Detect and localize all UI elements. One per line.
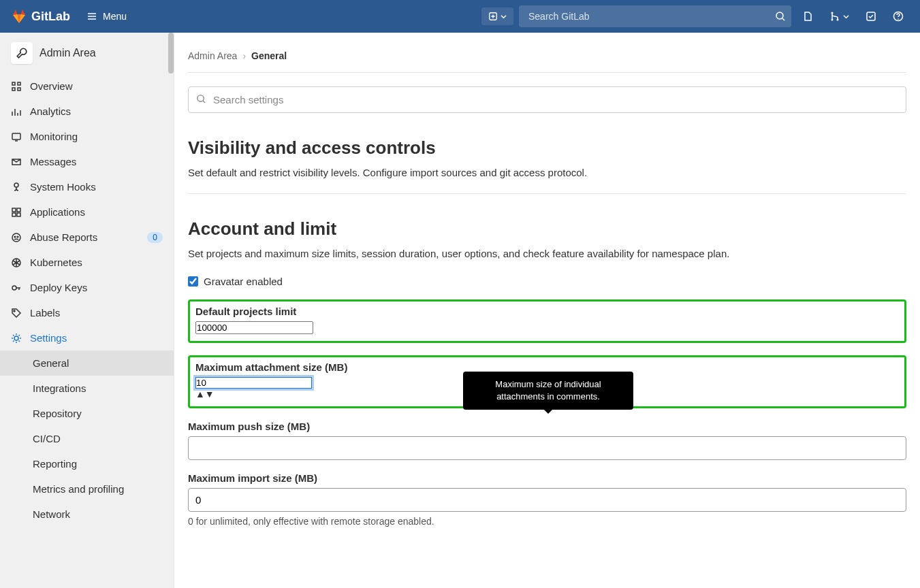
- sidebar-subitem-network[interactable]: Network: [0, 502, 174, 527]
- doc-icon: [802, 11, 813, 22]
- plus-dropdown[interactable]: [481, 7, 513, 25]
- sidebar-subitem-ci-cd[interactable]: CI/CD: [0, 426, 174, 451]
- breadcrumb-separator: ›: [242, 50, 246, 61]
- sidebar-item-system-hooks[interactable]: System Hooks: [0, 174, 174, 199]
- kubernetes-icon: [11, 257, 22, 268]
- sidebar-item-applications[interactable]: Applications: [0, 199, 174, 225]
- sidebar-item-kubernetes[interactable]: Kubernetes: [0, 250, 174, 275]
- hooks-icon: [11, 182, 22, 193]
- sidebar-subitem-label: CI/CD: [33, 433, 61, 444]
- section-desc: Set default and restrict visibility leve…: [188, 167, 906, 178]
- abuse-icon: [11, 232, 22, 243]
- menu-label: Menu: [103, 11, 127, 22]
- sidebar-item-overview[interactable]: Overview: [0, 74, 174, 99]
- applications-icon: [11, 207, 22, 218]
- chevron-down-icon: [843, 14, 849, 20]
- sidebar-item-labels[interactable]: Labels: [0, 300, 174, 325]
- svg-point-7: [898, 18, 899, 20]
- max-import-label: Maximum import size (MB): [188, 472, 906, 484]
- todos-icon-btn[interactable]: [860, 7, 882, 26]
- sidebar-item-label: Labels: [30, 307, 60, 318]
- svg-rect-9: [12, 88, 15, 91]
- help-icon-btn[interactable]: [887, 7, 909, 26]
- analytics-icon: [11, 106, 22, 117]
- svg-rect-14: [12, 208, 16, 212]
- help-icon: [893, 11, 904, 22]
- svg-point-19: [14, 236, 16, 238]
- search-icon: [196, 94, 206, 106]
- svg-point-1: [776, 12, 783, 19]
- max-push-input[interactable]: [188, 436, 906, 460]
- sidebar-subitem-integrations[interactable]: Integrations: [0, 376, 174, 401]
- svg-rect-15: [17, 208, 20, 212]
- max-push-label: Maximum push size (MB): [188, 421, 906, 432]
- gravatar-checkbox[interactable]: [188, 276, 198, 287]
- sidebar-item-messages[interactable]: Messages: [0, 149, 174, 174]
- default-projects-input[interactable]: [195, 321, 313, 334]
- sidebar-subitem-label: Repository: [33, 408, 82, 419]
- sidebar-item-label: Analytics: [30, 105, 71, 117]
- svg-rect-8: [12, 82, 15, 85]
- chevron-down-icon: [501, 14, 507, 20]
- breadcrumb-parent[interactable]: Admin Area: [188, 50, 237, 61]
- sidebar-subitem-label: General: [33, 357, 69, 369]
- sidebar-item-label: Applications: [30, 206, 85, 218]
- issues-icon-btn[interactable]: [797, 7, 819, 26]
- sidebar-subitem-reporting[interactable]: Reporting: [0, 451, 174, 476]
- max-attachment-input[interactable]: [195, 377, 312, 389]
- svg-point-13: [14, 183, 18, 187]
- sidebar-item-label: Abuse Reports: [30, 231, 97, 243]
- section-desc: Set projects and maximum size limits, se…: [188, 248, 906, 259]
- sidebar-subitem-label: Metrics and profiling: [33, 483, 124, 495]
- search-icon: [775, 11, 786, 22]
- gitlab-logo-icon: [11, 8, 27, 24]
- sidebar-item-abuse-reports[interactable]: Abuse Reports0: [0, 225, 174, 250]
- brand-logo[interactable]: GitLab: [11, 8, 70, 24]
- todo-icon: [866, 11, 876, 22]
- sidebar-subitem-label: Network: [33, 508, 70, 520]
- sidebar-item-label: Messages: [30, 156, 76, 167]
- sidebar-item-settings[interactable]: Settings: [0, 325, 174, 350]
- merge-requests-icon-btn[interactable]: [824, 7, 855, 26]
- svg-rect-17: [17, 213, 20, 216]
- menu-toggle[interactable]: Menu: [81, 7, 132, 26]
- badge: 0: [147, 232, 163, 243]
- global-search[interactable]: [519, 5, 791, 27]
- sidebar-item-monitoring[interactable]: Monitoring: [0, 124, 174, 149]
- svg-rect-11: [18, 88, 20, 91]
- sidebar-item-analytics[interactable]: Analytics: [0, 99, 174, 124]
- svg-point-4: [837, 19, 839, 21]
- monitoring-icon: [11, 131, 22, 142]
- sidebar-subitem-general[interactable]: General: [0, 350, 174, 376]
- gravatar-label[interactable]: Gravatar enabled: [204, 276, 283, 287]
- svg-point-22: [12, 286, 16, 290]
- tooltip: Maximum size of individual attachments i…: [463, 372, 633, 410]
- top-header: GitLab Menu: [0, 0, 920, 33]
- svg-point-24: [14, 336, 18, 340]
- brand-text: GitLab: [31, 10, 70, 24]
- plus-icon: [488, 12, 498, 21]
- merge-icon: [829, 11, 840, 22]
- sidebar-item-label: Settings: [30, 332, 67, 344]
- labels-icon: [11, 308, 22, 318]
- messages-icon: [11, 157, 22, 167]
- svg-point-3: [831, 19, 834, 21]
- sidebar-item-deploy-keys[interactable]: Deploy Keys: [0, 275, 174, 300]
- svg-point-25: [197, 95, 204, 101]
- sidebar-subitem-metrics-and-profiling[interactable]: Metrics and profiling: [0, 476, 174, 502]
- default-projects-highlight: Default projects limit: [188, 299, 906, 343]
- section-title: Account and limit: [188, 218, 906, 240]
- breadcrumb-current: General: [251, 50, 287, 61]
- sidebar-title: Admin Area: [0, 33, 174, 74]
- svg-rect-10: [18, 82, 20, 85]
- scrollbar-thumb[interactable]: [168, 33, 174, 74]
- max-push-field: Maximum push size (MB): [188, 421, 906, 460]
- hamburger-icon: [86, 11, 97, 22]
- sidebar-subitem-label: Integrations: [33, 382, 86, 394]
- sidebar-subitem-label: Reporting: [33, 458, 77, 470]
- default-projects-label: Default projects limit: [195, 306, 899, 317]
- sidebar-subitem-repository[interactable]: Repository: [0, 401, 174, 426]
- max-import-input[interactable]: [188, 488, 906, 512]
- settings-search-input[interactable]: [188, 86, 906, 113]
- global-search-input[interactable]: [524, 5, 775, 27]
